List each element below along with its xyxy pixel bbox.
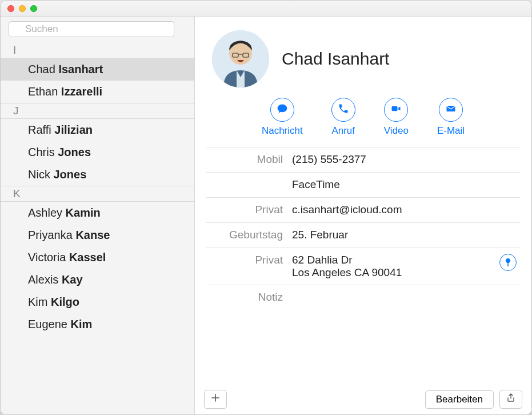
detail-footer: Bearbeiten (195, 384, 531, 414)
video-icon (390, 103, 402, 117)
section-header: I (1, 43, 194, 58)
contact-list-item[interactable]: Ethan Izzarelli (1, 81, 194, 103)
field-row: Geburtstag25. Februar (206, 222, 520, 248)
field-value[interactable]: 25. Februar (292, 229, 520, 241)
fullscreen-window-button[interactable] (30, 5, 37, 12)
svg-point-9 (506, 258, 510, 263)
contacts-window: IChad IsanhartEthan IzzarelliJRaffi Jili… (0, 0, 532, 415)
share-button[interactable] (499, 390, 522, 409)
contacts-sidebar: IChad IsanhartEthan IzzarelliJRaffi Jili… (1, 17, 195, 414)
phone-icon (338, 103, 349, 117)
map-pin-icon[interactable] (499, 254, 517, 271)
field-row: Privat62 Dahlia Dr Los Angeles CA 90041 (206, 248, 520, 285)
field-value[interactable]: c.isanhart@icloud.com (292, 203, 520, 216)
email-icon (445, 103, 457, 117)
message-button[interactable]: Nachricht (262, 98, 303, 137)
field-row: Notiz (206, 285, 520, 310)
field-label: Notiz (206, 291, 292, 304)
contact-list-item[interactable]: Priyanka Kanse (1, 224, 194, 246)
contact-list-item[interactable]: Nick Jones (1, 163, 194, 186)
contact-fields: Mobil(215) 555-2377FaceTimePrivatc.isanh… (195, 147, 531, 310)
contact-list-item[interactable]: Chris Jones (1, 141, 194, 163)
section-header: K (1, 186, 194, 202)
contact-list-item[interactable]: Ashley Kamin (1, 202, 194, 224)
titlebar (1, 1, 531, 17)
contact-list-item[interactable]: Kim Kilgo (1, 291, 194, 313)
field-value[interactable]: FaceTime (292, 178, 520, 191)
field-label: Mobil (206, 153, 292, 166)
video-button[interactable]: Video (384, 98, 409, 137)
search-input[interactable] (9, 21, 174, 37)
message-icon (277, 103, 288, 117)
contacts-list: IChad IsanhartEthan IzzarelliJRaffi Jili… (1, 41, 194, 336)
section-header: J (1, 103, 194, 119)
contact-list-item[interactable]: Chad Isanhart (1, 58, 194, 81)
email-button[interactable]: E-Mail (437, 98, 465, 137)
avatar[interactable] (212, 30, 269, 87)
contact-list-item[interactable]: Victoria Kassel (1, 246, 194, 269)
plus-icon (211, 393, 220, 405)
contact-name: Chad Isanhart (282, 49, 389, 69)
edit-button[interactable]: Bearbeiten (425, 390, 494, 409)
field-row: Mobil(215) 555-2377 (206, 147, 520, 172)
field-row: Privatc.isanhart@icloud.com (206, 197, 520, 222)
field-row: FaceTime (206, 172, 520, 197)
contact-detail: Chad Isanhart Nachricht Anruf Video E- (195, 17, 531, 414)
share-icon (506, 393, 515, 405)
contact-list-item[interactable]: Raffi Jilizian (1, 119, 194, 141)
field-label: Geburtstag (206, 229, 292, 241)
add-button[interactable] (204, 390, 227, 409)
minimize-window-button[interactable] (19, 5, 26, 12)
svg-rect-8 (446, 106, 455, 111)
contact-list-item[interactable]: Alexis Kay (1, 269, 194, 291)
close-window-button[interactable] (7, 5, 14, 12)
field-label: Privat (206, 203, 292, 216)
svg-rect-7 (392, 106, 398, 111)
contact-list-item[interactable]: Eugene Kim (1, 313, 194, 336)
field-value[interactable]: (215) 555-2377 (292, 153, 520, 166)
field-value[interactable]: 62 Dahlia Dr Los Angeles CA 90041 (292, 254, 520, 279)
svg-rect-10 (507, 262, 509, 266)
call-button[interactable]: Anruf (331, 98, 355, 137)
field-label: Privat (206, 254, 292, 266)
